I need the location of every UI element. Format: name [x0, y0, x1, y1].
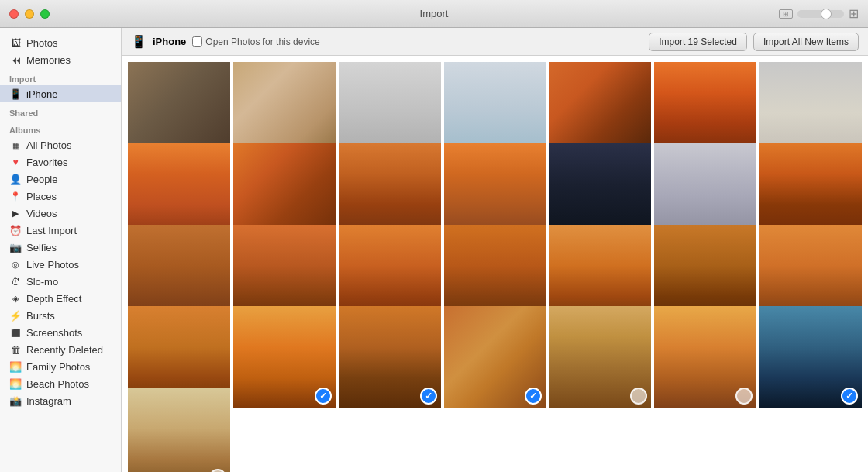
photo-thumbnail [128, 388, 230, 472]
sidebar-item-bursts[interactable]: ⚡ Bursts [0, 307, 121, 324]
maximize-button[interactable] [40, 9, 50, 19]
sidebar-item-beach-photos[interactable]: 🌅 Beach Photos [0, 375, 121, 392]
photo-item[interactable] [549, 306, 651, 408]
sidebar-item-recently-deleted[interactable]: 🗑 Recently Deleted [0, 341, 121, 358]
sidebar-item-family-photos[interactable]: 🌅 Family Photos [0, 358, 121, 375]
photo-item[interactable]: ✓ [760, 306, 862, 408]
sidebar-item-photos-label: Photos [26, 37, 57, 49]
memories-icon: ⏮ [9, 53, 22, 66]
depth-effect-icon: ◈ [9, 292, 22, 305]
screenshots-icon: ⬛ [9, 326, 22, 339]
topbar: 📱 iPhone Open Photos for this device Imp… [122, 28, 868, 56]
sidebar-item-selfies[interactable]: 📷 Selfies [0, 239, 121, 256]
sidebar-top-section: 🖼 Photos ⏮ Memories [0, 34, 121, 68]
minimize-button[interactable] [25, 9, 34, 19]
open-photos-checkbox[interactable] [192, 36, 202, 47]
photo-grid: ✓✓✓✓✓✓✓✓✓✓✓✓✓✓✓✓✓✓✓✓✓✓ [122, 56, 868, 472]
sidebar-item-videos[interactable]: ▶ Videos [0, 205, 121, 222]
sidebar-item-all-photos[interactable]: ▦ All Photos [0, 136, 121, 153]
sidebar-item-last-import[interactable]: ⏰ Last Import [0, 222, 121, 239]
photos-icon: 🖼 [9, 36, 22, 49]
sidebar-item-instagram[interactable]: 📸 Instagram [0, 392, 121, 409]
sidebar-item-iphone-label: iPhone [26, 88, 57, 100]
all-photos-icon: ▦ [9, 139, 22, 151]
sidebar-item-iphone[interactable]: 📱 iPhone [0, 85, 121, 102]
selfies-icon: 📷 [9, 241, 22, 253]
sidebar-item-places[interactable]: 📍 Places [0, 188, 121, 205]
titlebar-right-controls: ⊞ ⊞ [779, 6, 859, 21]
check-badge[interactable]: ✓ [315, 388, 332, 405]
device-name: iPhone [153, 36, 186, 47]
sidebar-item-memories[interactable]: ⏮ Memories [0, 51, 121, 68]
photo-item[interactable] [128, 388, 230, 472]
photo-item[interactable]: ✓ [444, 306, 546, 408]
import-header: Import [0, 71, 121, 85]
check-badge[interactable]: ✓ [420, 388, 437, 405]
sidebar-albums-section: Albums ▦ All Photos ♥ Favorites 👤 People… [0, 122, 121, 409]
beach-photos-icon: 🌅 [9, 377, 22, 390]
import-all-button[interactable]: Import All New Items [753, 33, 859, 51]
sidebar-shared-section: Shared [0, 105, 121, 119]
family-photos-icon: 🌅 [9, 360, 22, 373]
sidebar-item-depth-effect[interactable]: ◈ Depth Effect [0, 290, 121, 307]
sidebar-item-memories-label: Memories [26, 54, 71, 66]
window-controls [9, 9, 50, 19]
check-badge[interactable]: ✓ [841, 388, 858, 405]
shared-header: Shared [0, 105, 121, 119]
slo-mo-icon: ⏱ [9, 275, 22, 288]
close-button[interactable] [9, 9, 19, 19]
window-title: Import [420, 8, 449, 19]
photo-item[interactable]: ✓ [339, 306, 441, 408]
last-import-icon: ⏰ [9, 224, 22, 236]
videos-icon: ▶ [9, 207, 22, 219]
sidebar-item-favorites[interactable]: ♥ Favorites [0, 153, 121, 171]
import-selected-button[interactable]: Import 19 Selected [649, 33, 747, 51]
instagram-icon: 📸 [9, 394, 22, 407]
albums-header: Albums [0, 122, 121, 136]
topbar-left: 📱 iPhone Open Photos for this device [131, 34, 642, 49]
photo-item[interactable] [654, 306, 756, 408]
check-badge[interactable] [630, 388, 647, 405]
slider[interactable] [797, 10, 844, 18]
check-badge[interactable] [735, 388, 753, 405]
sidebar: 🖼 Photos ⏮ Memories Import 📱 iPhone Shar… [0, 28, 122, 472]
main-layout: 🖼 Photos ⏮ Memories Import 📱 iPhone Shar… [0, 28, 868, 472]
recently-deleted-icon: 🗑 [9, 343, 22, 356]
sidebar-item-slo-mo[interactable]: ⏱ Slo-mo [0, 273, 121, 290]
right-panel: 📱 iPhone Open Photos for this device Imp… [122, 28, 868, 472]
live-photos-icon: ◎ [9, 258, 22, 270]
device-icon: 📱 [131, 34, 146, 49]
sidebar-item-screenshots[interactable]: ⬛ Screenshots [0, 324, 121, 341]
places-icon: 📍 [9, 190, 22, 202]
bursts-icon: ⚡ [9, 309, 22, 322]
people-icon: 👤 [9, 173, 22, 185]
size-icon: ⊞ [849, 6, 859, 21]
sidebar-import-section: Import 📱 iPhone [0, 71, 121, 102]
grid-icon: ⊞ [779, 9, 793, 19]
sidebar-item-photos[interactable]: 🖼 Photos [0, 34, 121, 51]
open-photos-label[interactable]: Open Photos for this device [192, 36, 319, 47]
sidebar-item-live-photos[interactable]: ◎ Live Photos [0, 256, 121, 273]
photo-item[interactable]: ✓ [233, 306, 336, 408]
sidebar-item-people[interactable]: 👤 People [0, 171, 121, 188]
iphone-icon: 📱 [9, 88, 22, 100]
titlebar: ⊞ ⊞ Import [0, 0, 868, 28]
favorites-icon: ♥ [9, 156, 22, 168]
